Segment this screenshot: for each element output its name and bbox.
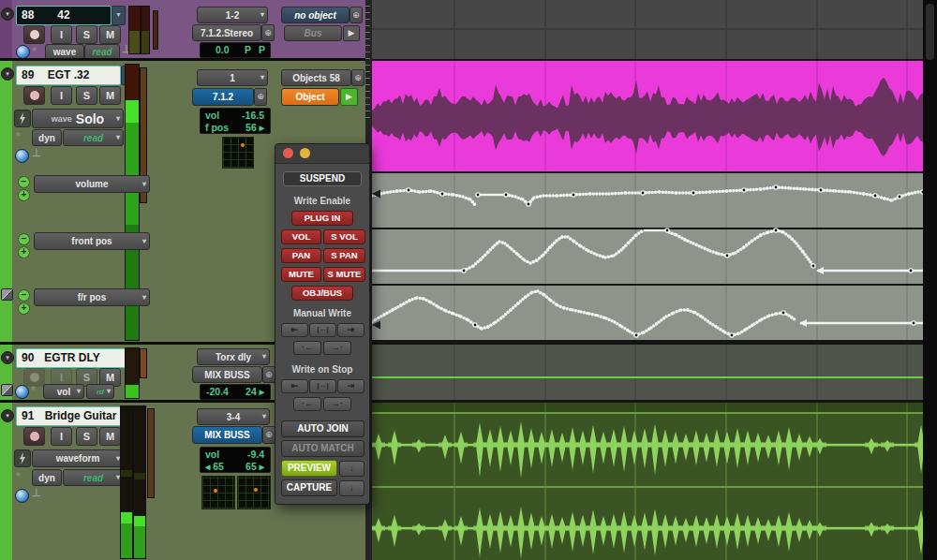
track-90-view-selector[interactable]: vol▾ bbox=[43, 384, 84, 399]
track-89-output-selector[interactable]: 7.1.2 bbox=[192, 88, 254, 106]
write-to-punch-fwd-button[interactable]: →· bbox=[323, 341, 351, 355]
lane-frpos-add-button[interactable]: + bbox=[18, 302, 30, 315]
track-90-freeze-icon[interactable]: * bbox=[31, 383, 36, 397]
track-88-volume-display[interactable]: 0.0 P P bbox=[200, 42, 271, 58]
track-89-input-selector[interactable]: 1▾ bbox=[197, 69, 268, 86]
suspend-button[interactable]: SUSPEND bbox=[283, 171, 362, 186]
minimize-icon[interactable] bbox=[300, 148, 310, 158]
track-91-input-monitor-button[interactable]: I bbox=[51, 427, 72, 446]
track-89-automation-mode[interactable]: read▾ bbox=[63, 129, 124, 146]
capture-button[interactable]: CAPTURE bbox=[281, 479, 337, 496]
track-88-input-selector[interactable]: 1-2▾ bbox=[197, 7, 268, 23]
track-89-input-monitor-button[interactable]: I bbox=[51, 86, 72, 105]
track-89-object-selector[interactable]: Objects 58 bbox=[281, 69, 351, 86]
automation-window-titlebar[interactable] bbox=[275, 144, 369, 164]
stop-write-punch-back-button[interactable]: ·← bbox=[293, 397, 321, 411]
track-91-grid-panner-r[interactable] bbox=[237, 476, 271, 509]
track-90-input-selector[interactable]: Torx dly▾ bbox=[197, 348, 270, 365]
mute-write-button[interactable]: MUTE bbox=[281, 267, 321, 282]
track-89-volume-display[interactable]: vol -16.5 f pos 56 ▸ bbox=[200, 108, 271, 134]
track-89-output-window-icon[interactable] bbox=[15, 149, 29, 163]
preview-button[interactable]: PREVIEW bbox=[281, 460, 337, 477]
lane-volume-add-button[interactable]: + bbox=[18, 189, 30, 201]
track-88-object-selector[interactable]: no object bbox=[281, 7, 350, 23]
track-88-name-plate[interactable]: 88 42 bbox=[16, 6, 112, 25]
track-89-zoom-toggle-icon[interactable] bbox=[1, 288, 13, 301]
write-to-start-button[interactable]: ⇤ bbox=[281, 323, 308, 337]
track-91-record-button[interactable] bbox=[23, 427, 45, 446]
s-pan-write-button[interactable]: S PAN bbox=[323, 248, 365, 263]
s-mute-write-button[interactable]: S MUTE bbox=[323, 267, 365, 282]
track-91-dyn-box[interactable]: dyn bbox=[32, 469, 62, 486]
track-88-output-window-icon[interactable] bbox=[16, 45, 30, 58]
track-90-volume-display[interactable]: -20.4 24 ▸ bbox=[200, 384, 271, 400]
track-88-view-selector[interactable]: wave bbox=[45, 44, 84, 58]
track-88-object-pin-icon[interactable]: ⊕ bbox=[350, 7, 363, 23]
track-90-name-plate[interactable]: 90 EGTR DLY bbox=[16, 348, 128, 368]
track-91-output-pin-icon[interactable]: ⊕ bbox=[262, 426, 275, 444]
track-88-freeze-icon[interactable]: * bbox=[32, 44, 37, 58]
stop-write-to-end-button[interactable]: ⇥ bbox=[337, 379, 364, 393]
track-89-view-selector[interactable]: wave Solo ▾ bbox=[32, 109, 124, 128]
track-91-volume-display[interactable]: vol -9.4 ◂ 65 65 ▸ bbox=[200, 447, 271, 473]
auto-match-button[interactable]: AUTO MATCH bbox=[281, 440, 364, 457]
track-88-solo-button[interactable]: S bbox=[76, 25, 97, 44]
write-to-selection-button[interactable]: |↔| bbox=[309, 323, 336, 337]
track-89-mute-button[interactable]: M bbox=[99, 86, 121, 105]
track-91-input-selector[interactable]: 3-4▾ bbox=[197, 408, 270, 425]
plug-in-write-button[interactable]: PLUG IN bbox=[291, 211, 353, 226]
auto-join-button[interactable]: AUTO JOIN bbox=[281, 420, 364, 437]
track-91-output-meter-icon[interactable]: ⊥ bbox=[32, 487, 41, 499]
track-88-bus-button[interactable]: Bus bbox=[284, 25, 342, 41]
vol-write-button[interactable]: VOL bbox=[281, 229, 321, 244]
track-90-collapse-icon[interactable]: ▾ bbox=[1, 351, 14, 364]
write-to-punch-back-button[interactable]: ·← bbox=[293, 341, 321, 355]
track-91-color-strip[interactable] bbox=[0, 403, 12, 560]
track-91-view-selector[interactable]: waveform▾ bbox=[32, 449, 124, 467]
track-89-collapse-icon[interactable]: ▾ bbox=[1, 67, 14, 81]
track-89-grid-panner[interactable] bbox=[222, 137, 254, 169]
track-88-output-selector[interactable]: 7.1.2.Stereo bbox=[192, 24, 261, 41]
track-88-input-monitor-button[interactable]: I bbox=[51, 25, 72, 44]
track-89-record-button[interactable] bbox=[23, 86, 45, 105]
track-91-collapse-icon[interactable]: ▾ bbox=[1, 409, 14, 422]
track-91-mute-button[interactable]: M bbox=[99, 427, 121, 446]
track-88-record-button[interactable] bbox=[23, 25, 45, 44]
lane-frontpos-selector[interactable]: front pos▾ bbox=[34, 232, 150, 250]
track-89-freeze-icon[interactable]: * bbox=[16, 129, 21, 143]
track-89-object-pin-icon[interactable]: ⊕ bbox=[351, 69, 364, 86]
track-89-object-play-button[interactable]: ▶ bbox=[340, 88, 358, 106]
track-91-name-plate[interactable]: 91 Bridge Guitar bbox=[16, 406, 132, 426]
lane-frpos-remove-button[interactable]: − bbox=[18, 289, 30, 302]
lane-frpos-selector[interactable]: f/r pos▾ bbox=[34, 288, 150, 306]
timeline-area[interactable] bbox=[372, 0, 923, 560]
track-90-zoom-toggle-icon[interactable] bbox=[1, 384, 13, 396]
stop-write-to-start-button[interactable]: ⇤ bbox=[281, 379, 308, 393]
vertical-scrollbar[interactable] bbox=[923, 0, 937, 560]
stop-write-to-selection-button[interactable]: |↔| bbox=[309, 379, 336, 393]
track-88-automation-mode[interactable]: read bbox=[84, 44, 120, 58]
track-91-freeze-icon[interactable]: * bbox=[16, 469, 21, 483]
track-89-name-plate[interactable]: 89 EGT .32 bbox=[16, 66, 121, 85]
track-88-collapse-icon[interactable]: ▾ bbox=[1, 7, 14, 21]
close-icon[interactable] bbox=[283, 148, 293, 158]
track-91-output-window-icon[interactable] bbox=[15, 489, 29, 503]
track-91-grid-panner-l[interactable] bbox=[201, 476, 235, 509]
scrollbar-handle[interactable] bbox=[926, 4, 934, 60]
track-90-output-pin-icon[interactable]: ⊕ bbox=[262, 366, 275, 383]
s-vol-write-button[interactable]: S VOL bbox=[323, 229, 365, 244]
track-89-dyn-box[interactable]: dyn bbox=[32, 129, 62, 146]
preview-options-button[interactable]: ↓ bbox=[339, 461, 364, 477]
track-90-output-selector[interactable]: MIX BUSS bbox=[192, 366, 262, 383]
track-91-solo-button[interactable]: S bbox=[76, 427, 97, 446]
lane-volume-selector[interactable]: volume▾ bbox=[34, 175, 150, 193]
automation-window[interactable]: SUSPEND Write Enable PLUG IN VOL S VOL P… bbox=[275, 143, 370, 505]
track-89-elastic-audio-icon[interactable] bbox=[14, 110, 31, 127]
track-91-output-selector[interactable]: MIX BUSS bbox=[192, 426, 262, 444]
track-88-bus-arrow-button[interactable]: ▶ bbox=[343, 25, 360, 41]
track-90-automation-mode[interactable]: rd▾ bbox=[86, 384, 114, 399]
track-91-automation-mode[interactable]: read▾ bbox=[63, 469, 124, 486]
track-91-elastic-audio-icon[interactable] bbox=[14, 449, 31, 467]
track-89-output-meter-icon[interactable]: ⊥ bbox=[32, 147, 41, 159]
track-89-object-button[interactable]: Object bbox=[281, 88, 339, 106]
